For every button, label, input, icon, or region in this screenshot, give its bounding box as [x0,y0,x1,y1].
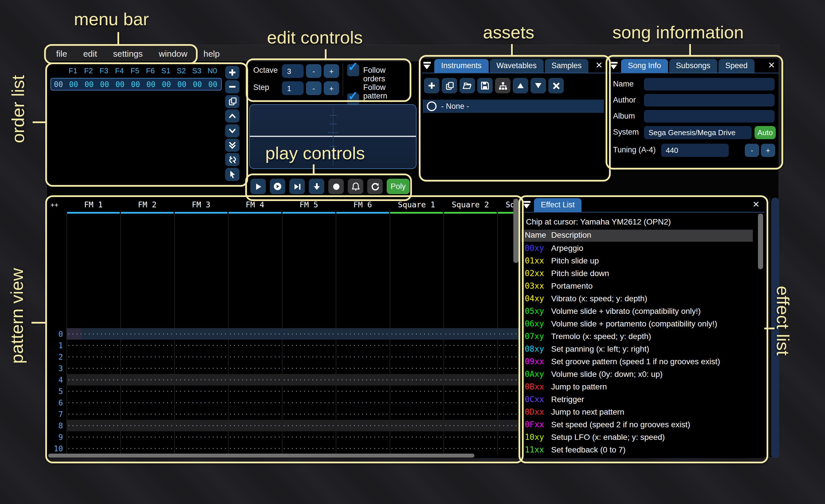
pattern-cell[interactable]: ············· [174,386,228,397]
effect-row[interactable]: 0DxxJump to next pattern [521,407,764,420]
album-input[interactable] [644,110,774,122]
pattern-cell[interactable]: ············· [390,397,443,408]
metronome-button[interactable] [348,179,363,194]
pattern-cell[interactable]: ············· [282,340,336,351]
minus-icon-button[interactable] [225,80,239,94]
step-down-button[interactable] [309,179,324,194]
pattern-row[interactable]: 2·······································… [47,351,520,362]
pattern-row[interactable]: 10······································… [47,443,520,454]
pattern-cell[interactable]: ············· [228,431,282,443]
chevron-down-icon-button[interactable] [225,124,239,137]
pattern-cell[interactable]: ············· [228,386,282,397]
pattern-cell[interactable]: ············· [443,408,497,420]
pattern-cell[interactable]: ············· [120,374,174,386]
channel-header-fm4[interactable]: FM 4 [228,200,282,210]
pattern-cell[interactable]: ············· [443,420,497,431]
pattern-cell[interactable]: ············· [497,431,520,443]
step-increment-button[interactable]: + [324,81,339,95]
pattern-cell[interactable]: ············· [336,420,390,431]
pattern-cell[interactable]: ············· [336,362,390,374]
pattern-expand-button[interactable]: ++ [51,201,59,209]
order-cell[interactable]: 00 [205,80,221,88]
pattern-cell[interactable]: ············· [282,362,336,374]
pattern-cell[interactable]: ············· [497,408,520,420]
pattern-cell[interactable]: ············· [66,443,120,454]
order-cell[interactable]: 00 [97,80,112,88]
pattern-cell[interactable]: ············· [120,328,174,340]
broken-link-icon-button[interactable] [225,153,239,166]
pattern-cell[interactable]: ············· [336,431,390,443]
pattern-cell[interactable]: ············· [66,374,120,386]
window-collapse-icon[interactable] [521,198,533,212]
tab-instruments[interactable]: Instruments [434,59,489,73]
triangle-down-icon-button[interactable] [530,78,546,93]
window-edge-scrollbar[interactable] [771,197,779,458]
copy-icon-button[interactable] [442,78,457,93]
order-column-header[interactable]: F5 [127,67,143,78]
order-column-header[interactable]: F4 [112,67,127,78]
pattern-row[interactable]: 1·······································… [47,340,520,351]
pattern-cell[interactable]: ············· [120,386,174,397]
effect-row[interactable]: 06xyVolume slide + portamento (compatibi… [521,319,764,332]
order-column-header[interactable]: F6 [143,67,158,78]
pattern-cell[interactable]: ············· [228,443,282,454]
step-value[interactable]: 1 [282,81,304,95]
pattern-cell[interactable]: ············· [282,443,336,454]
chevron-up-icon-button[interactable] [225,109,239,122]
tab-wavetables[interactable]: Wavetables [490,59,543,73]
channel-header-fm3[interactable]: FM 3 [174,200,228,210]
pattern-cell[interactable]: ············· [390,443,443,454]
order-column-header[interactable]: S1 [158,67,173,78]
effect-row[interactable]: 01xxPitch slide up [521,256,764,269]
follow-orders-checkbox[interactable]: ✓ [347,64,359,76]
play-from-cursor-button[interactable] [289,179,305,194]
pattern-cell[interactable]: ············· [282,386,336,397]
tab-subsongs[interactable]: Subsongs [669,59,717,73]
pattern-cell[interactable]: ············· [336,351,390,362]
octave-value[interactable]: 3 [282,64,304,78]
pattern-cell[interactable]: ············· [282,431,336,443]
pattern-cell[interactable]: ············· [120,431,174,443]
order-cell[interactable]: 00 [81,80,97,88]
pattern-cell[interactable]: ············· [228,420,282,431]
cursor-icon-button[interactable] [225,168,239,181]
pattern-cell[interactable]: ············· [174,420,228,431]
pattern-cell[interactable]: ············· [120,362,174,374]
octave-decrement-button[interactable]: - [306,64,321,78]
close-icon[interactable]: ✕ [768,60,775,70]
window-collapse-icon[interactable] [422,59,433,73]
pattern-row[interactable]: 3·······································… [47,362,520,374]
pattern-cell[interactable]: ············· [282,420,336,431]
pattern-cell[interactable]: ············· [443,397,497,408]
pattern-cell[interactable]: ············· [174,340,228,351]
pattern-cell[interactable]: ············· [120,397,174,408]
pattern-cell[interactable]: ············· [120,420,174,431]
tuning-input[interactable]: 440 [661,144,729,157]
pattern-horizontal-scrollbar[interactable] [48,453,474,457]
pattern-cell[interactable]: ············· [228,397,282,408]
pattern-row[interactable]: 8·······································… [47,420,520,431]
pattern-cell[interactable]: ············· [228,362,282,374]
pattern-cell[interactable]: ············· [228,328,282,340]
effect-row[interactable]: 02xxPitch slide down [521,269,764,281]
channel-header-fm6[interactable]: FM 6 [336,200,390,210]
play-button[interactable] [250,179,266,194]
channel-header-fm1[interactable]: FM 1 [66,200,120,210]
effect-row[interactable]: 09xxSet groove pattern (speed 1 if no gr… [521,357,764,369]
order-cell[interactable]: 00 [66,80,81,88]
pattern-cell[interactable]: ············· [174,408,228,420]
play-repeat-button[interactable] [270,179,285,194]
pattern-cell[interactable]: ············· [174,443,228,454]
pattern-cell[interactable]: ············· [282,397,336,408]
channel-header-square2[interactable]: Square 2 [443,200,497,210]
pattern-cell[interactable]: ············· [443,374,497,386]
record-button[interactable] [328,179,344,194]
order-column-header[interactable]: F1 [65,67,81,78]
pattern-cell[interactable]: ············· [497,443,520,454]
author-input[interactable] [644,94,774,106]
folder-open-icon-button[interactable] [459,78,475,93]
pattern-cell[interactable]: ············· [66,328,120,340]
effect-list-scrollbar[interactable] [758,214,763,269]
order-column-header[interactable]: N0 [205,67,220,78]
order-cell[interactable]: 00 [174,80,190,88]
